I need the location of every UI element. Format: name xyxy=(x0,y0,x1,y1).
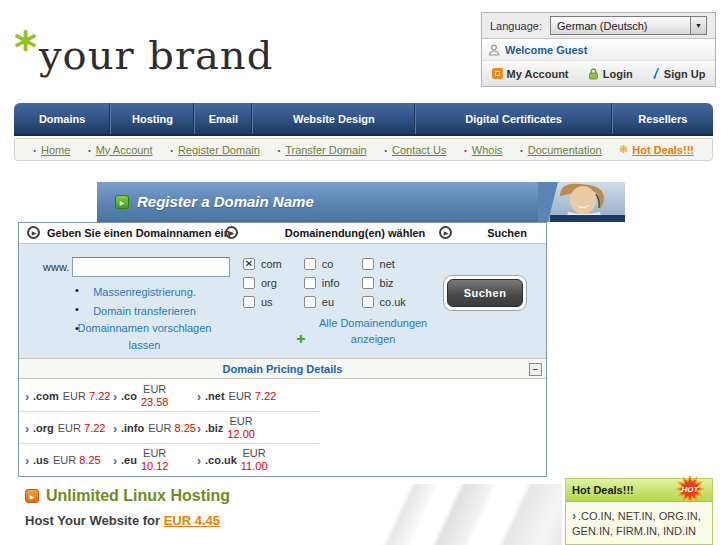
price-cell-info[interactable]: .infoEUR 8.25 xyxy=(113,419,197,437)
account-links-row: My Account Login Sign Up xyxy=(482,60,715,86)
bullet-icon xyxy=(464,141,468,159)
bullet-icon xyxy=(75,301,79,318)
language-row: Language: German (Deutsch) xyxy=(482,13,715,39)
nav-item-resellers[interactable]: Resellers xyxy=(612,103,713,134)
sub-nav-contact-us[interactable]: Contact Us xyxy=(384,141,446,159)
bullet-icon xyxy=(75,282,79,299)
arrow-icon xyxy=(197,419,201,437)
hot-deals-header: Hot Deals!!! HOT xyxy=(566,479,712,502)
bullet-icon xyxy=(384,141,388,159)
table-row: .comEUR 7.22 .coEUR23.58 .netEUR 7.22 xyxy=(19,380,319,412)
hot-deals-title: Hot Deals!!! xyxy=(572,484,634,496)
checkbox-org[interactable] xyxy=(243,277,255,289)
nav-item-email[interactable]: Email xyxy=(194,103,253,134)
arrow-icon xyxy=(113,387,117,405)
sub-nav-hot-deals[interactable]: ❋Hot Deals!!! xyxy=(619,143,694,156)
banner-title: Register a Domain Name xyxy=(137,193,314,210)
price-cell-biz[interactable]: .bizEUR12.00 xyxy=(197,415,309,441)
collapse-button[interactable]: − xyxy=(529,363,542,376)
play-circle-icon xyxy=(225,226,238,239)
tld-column: net biz co.uk xyxy=(362,258,406,308)
sub-nav-register-domain[interactable]: Register Domain xyxy=(170,141,260,159)
hosting-promo-title[interactable]: Unlimited Linux Hosting xyxy=(46,487,230,505)
step-label-search: Suchen xyxy=(467,227,547,239)
price-cell-eu[interactable]: .euEUR10.12 xyxy=(113,447,197,473)
checkbox-biz[interactable] xyxy=(362,277,374,289)
sub-nav-documentation[interactable]: Documentation xyxy=(520,141,602,159)
price-cell-net[interactable]: .netEUR 7.22 xyxy=(197,387,309,405)
language-select[interactable]: German (Deutsch) xyxy=(550,16,707,35)
checkbox-com[interactable] xyxy=(243,258,255,270)
login-link[interactable]: Login xyxy=(588,68,633,80)
bullet-icon xyxy=(88,141,92,159)
bullet-icon xyxy=(277,141,281,159)
bullet-icon xyxy=(75,320,79,337)
sub-nav-my-account[interactable]: My Account xyxy=(88,141,153,159)
checkbox-net[interactable] xyxy=(362,258,374,270)
search-button[interactable]: Suchen xyxy=(443,275,527,311)
my-account-icon xyxy=(492,68,503,79)
sub-nav-whois[interactable]: Whois xyxy=(464,141,503,159)
promo-background-graphic xyxy=(300,484,562,545)
suggest-domain-link[interactable]: Domainnamen vorschlagen lassen xyxy=(65,320,225,354)
my-account-link[interactable]: My Account xyxy=(492,68,569,80)
transfer-domain-link[interactable]: Domain transferieren xyxy=(93,303,196,320)
price-cell-com[interactable]: .comEUR 7.22 xyxy=(25,387,113,405)
hot-deals-items-link[interactable]: .CO.IN, NET.IN, ORG.IN, GEN.IN, FIRM.IN,… xyxy=(572,510,701,537)
nav-item-domains[interactable]: Domains xyxy=(14,103,110,134)
hot-badge-icon: HOT xyxy=(670,476,710,503)
pen-icon xyxy=(652,67,660,80)
checkbox-co[interactable] xyxy=(304,258,316,270)
bulk-registration-link[interactable]: Massenregistrierung. xyxy=(93,284,196,301)
pricing-title: Domain Pricing Details xyxy=(223,363,343,375)
domain-name-input[interactable] xyxy=(72,257,230,277)
checkbox-couk[interactable] xyxy=(362,296,374,308)
brand-logo: *your brand xyxy=(14,22,273,78)
show-all-tlds[interactable]: Alle Domainendungen anzeigen xyxy=(277,315,457,347)
arrow-icon xyxy=(25,451,29,469)
secondary-navigation: Home My Account Register Domain Transfer… xyxy=(14,138,713,161)
checkbox-eu[interactable] xyxy=(304,296,316,308)
list-item: Massenregistrierung. xyxy=(37,282,252,301)
sub-nav-home[interactable]: Home xyxy=(33,141,70,159)
pricing-header: Domain Pricing Details − xyxy=(19,358,546,379)
table-row: .usEUR 8.25 .euEUR10.12 .co.ukEUR11.00 xyxy=(19,444,319,476)
nav-item-hosting[interactable]: Hosting xyxy=(110,103,193,134)
brand-name: your brand xyxy=(39,32,273,78)
price-cell-us[interactable]: .usEUR 8.25 xyxy=(25,451,113,469)
svg-text:HOT: HOT xyxy=(682,485,700,494)
arrow-icon xyxy=(113,419,117,437)
checkbox-info[interactable] xyxy=(304,277,316,289)
nav-item-website-design[interactable]: Website Design xyxy=(252,103,414,134)
price-cell-co[interactable]: .coEUR23.58 xyxy=(113,383,197,409)
arrow-icon xyxy=(113,451,117,469)
hosting-promo-line: Host Your Website for EUR 4.45 xyxy=(25,513,220,528)
arrow-icon xyxy=(572,510,576,522)
account-panel: Language: German (Deutsch) Welcome Guest… xyxy=(481,12,716,87)
hosting-price-link[interactable]: EUR 4.45 xyxy=(164,513,220,528)
sign-up-link[interactable]: Sign Up xyxy=(652,67,706,80)
www-label: www. xyxy=(43,261,69,273)
arrow-icon xyxy=(197,387,201,405)
sub-nav-transfer-domain[interactable]: Transfer Domain xyxy=(277,141,367,159)
lock-icon xyxy=(588,68,599,80)
register-domain-banner: Register a Domain Name xyxy=(97,182,625,222)
tld-checkbox-grid: com org us co info eu net biz co.uk xyxy=(243,258,406,308)
play-circle-icon xyxy=(439,226,452,239)
chevron-down-icon[interactable] xyxy=(690,17,706,34)
price-cell-couk[interactable]: .co.ukEUR11.00 xyxy=(197,447,309,473)
step-label-enter-domain: Geben Sie einen Domainnamen ein xyxy=(47,227,230,239)
bullet-icon xyxy=(520,141,524,159)
page: *your brand Language: German (Deutsch) W… xyxy=(0,0,727,545)
nav-item-digital-certificates[interactable]: Digital Certificates xyxy=(415,103,612,134)
agent-photo xyxy=(520,182,625,222)
welcome-text: Welcome Guest xyxy=(505,44,587,56)
language-selected-value: German (Deutsch) xyxy=(557,20,647,32)
list-item: Domainnamen vorschlagen lassen xyxy=(37,320,252,354)
welcome-row: Welcome Guest xyxy=(482,39,715,60)
price-cell-org[interactable]: .orgEUR 7.22 xyxy=(25,419,113,437)
arrow-icon xyxy=(25,387,29,405)
main-navigation: Domains Hosting Email Website Design Dig… xyxy=(14,103,713,136)
checkbox-us[interactable] xyxy=(243,296,255,308)
tld-column: com org us xyxy=(243,258,282,308)
